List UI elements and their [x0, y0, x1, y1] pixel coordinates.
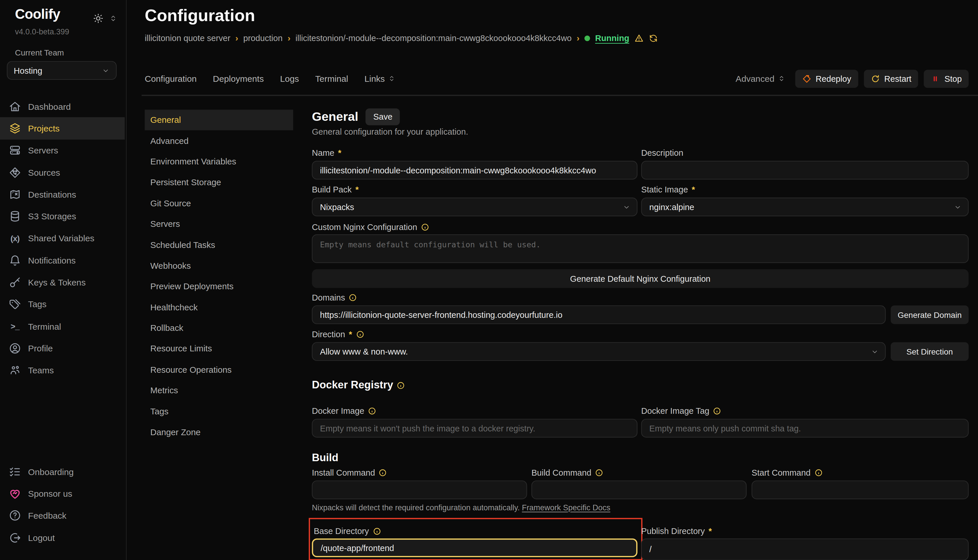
refresh-icon[interactable] — [649, 33, 658, 42]
sidebar-item-logout[interactable]: Logout — [0, 527, 125, 548]
docker-image-tag-input[interactable] — [641, 419, 968, 437]
breadcrumb-environment[interactable]: production — [243, 33, 283, 42]
subnav-healthcheck[interactable]: Healthcheck — [145, 297, 293, 318]
sidebar-item-projects[interactable]: Projects — [0, 117, 125, 139]
breadcrumb-application[interactable]: illicitestonion/-module--decomposition:m… — [296, 33, 572, 42]
build-command-input[interactable] — [532, 480, 747, 499]
install-command-input[interactable] — [312, 480, 527, 499]
git-source-icon — [9, 166, 21, 178]
subnav-scheduled-tasks[interactable]: Scheduled Tasks — [145, 235, 293, 255]
static-image-label: Static Image* — [641, 185, 695, 195]
logout-icon — [9, 532, 21, 544]
tab-configuration[interactable]: Configuration — [145, 74, 197, 84]
sidebar-item-feedback[interactable]: Feedback — [0, 505, 125, 527]
start-command-label: Start Command — [752, 468, 823, 477]
direction-select[interactable]: Allow www & non-www. — [312, 342, 886, 361]
sidebar-item-sponsor-us[interactable]: Sponsor us — [0, 483, 125, 505]
subnav-servers[interactable]: Servers — [145, 214, 293, 235]
direction-label: Direction* — [312, 330, 364, 339]
team-select[interactable]: Hosting — [7, 61, 117, 80]
save-button[interactable]: Save — [366, 108, 400, 125]
theme-sun-icon[interactable] — [93, 13, 104, 24]
build-pack-select[interactable]: Nixpacks — [312, 198, 637, 217]
sidebar-item-servers[interactable]: Servers — [0, 139, 125, 161]
subnav-rollback[interactable]: Rollback — [145, 318, 293, 339]
subnav-webhooks[interactable]: Webhooks — [145, 255, 293, 276]
nixpacks-note: Nixpacks will detect the required config… — [312, 503, 610, 512]
sidebar-item-keys-tokens[interactable]: Keys & Tokens — [0, 271, 125, 293]
breadcrumb-project[interactable]: illicitonion quote server — [145, 33, 230, 42]
subnav-metrics[interactable]: Metrics — [145, 380, 293, 401]
info-icon[interactable] — [379, 469, 387, 477]
status-dot — [584, 35, 590, 41]
sidebar-item-profile[interactable]: Profile — [0, 337, 125, 359]
tab-deployments[interactable]: Deployments — [213, 74, 264, 84]
info-icon[interactable] — [713, 407, 721, 415]
subnav-danger-zone[interactable]: Danger Zone — [145, 422, 293, 443]
subnav-environment-variables[interactable]: Environment Variables — [145, 152, 293, 172]
advanced-dropdown[interactable]: Advanced — [736, 74, 785, 84]
breadcrumb-separator: › — [236, 33, 238, 42]
subnav-resource-operations[interactable]: Resource Operations — [145, 360, 293, 380]
sidebar-item-terminal[interactable]: >_ Terminal — [0, 315, 125, 337]
subnav-advanced[interactable]: Advanced — [145, 131, 293, 152]
sidebar-item-s3-storages[interactable]: S3 Storages — [0, 205, 125, 227]
checklist-icon — [9, 465, 21, 478]
info-icon[interactable] — [595, 469, 603, 477]
sidebar-item-notifications[interactable]: Notifications — [0, 249, 125, 271]
sidebar-item-shared-variables[interactable]: (x) Shared Variables — [0, 227, 125, 249]
restart-icon — [871, 74, 880, 83]
sidebar-item-dashboard[interactable]: Dashboard — [0, 95, 125, 117]
generate-nginx-button[interactable]: Generate Default Nginx Configuration — [312, 269, 968, 288]
info-icon[interactable] — [814, 469, 823, 477]
info-icon[interactable] — [421, 223, 429, 231]
start-command-input[interactable] — [752, 480, 969, 499]
sidebar-footer: Onboarding Sponsor us Feedback Logout — [0, 461, 125, 549]
sidebar-item-onboarding[interactable]: Onboarding — [0, 461, 125, 483]
status-running-link[interactable]: Running — [595, 33, 629, 42]
generate-domain-button[interactable]: Generate Domain — [891, 305, 969, 324]
description-input[interactable] — [641, 161, 968, 180]
framework-docs-link[interactable]: Framework Specific Docs — [522, 503, 610, 512]
base-directory-input[interactable] — [312, 538, 637, 557]
base-directory-label: Base Directory — [314, 527, 381, 536]
warning-icon[interactable] — [634, 33, 644, 42]
subnav-preview-deployments[interactable]: Preview Deployments — [145, 276, 293, 297]
sidebar-item-sources[interactable]: Sources — [0, 161, 125, 183]
info-icon[interactable] — [397, 381, 405, 389]
subnav-tags[interactable]: Tags — [145, 401, 293, 422]
docker-image-label: Docker Image — [312, 406, 376, 415]
domains-label: Domains — [312, 293, 357, 302]
info-icon[interactable] — [368, 407, 376, 415]
build-command-label: Build Command — [532, 468, 603, 477]
info-icon[interactable] — [373, 527, 381, 535]
static-image-select[interactable]: nginx:alpine — [641, 198, 968, 217]
build-pack-label: Build Pack* — [312, 185, 359, 195]
sidebar-item-tags[interactable]: Tags — [0, 293, 125, 315]
name-input[interactable] — [312, 161, 637, 180]
domains-input[interactable] — [312, 305, 886, 324]
subnav-general[interactable]: General — [145, 110, 293, 131]
sidebar-item-teams[interactable]: Teams — [0, 360, 125, 382]
tab-terminal[interactable]: Terminal — [315, 74, 348, 84]
subnav-persistent-storage[interactable]: Persistent Storage — [145, 172, 293, 193]
custom-nginx-textarea[interactable] — [312, 234, 968, 263]
subnav-git-source[interactable]: Git Source — [145, 193, 293, 214]
heart-icon — [9, 487, 21, 500]
tab-logs[interactable]: Logs — [280, 74, 299, 84]
set-direction-button[interactable]: Set Direction — [891, 342, 969, 361]
redeploy-button[interactable]: Redeploy — [795, 69, 858, 88]
general-subtitle: General configuration for your applicati… — [312, 127, 468, 137]
tab-links[interactable]: Links — [364, 74, 395, 84]
info-icon[interactable] — [349, 293, 357, 302]
restart-button[interactable]: Restart — [864, 69, 918, 88]
theme-selector-icon[interactable] — [109, 15, 117, 23]
chevron-down-icon — [954, 203, 962, 211]
stop-button[interactable]: Stop — [924, 69, 969, 88]
app-logo[interactable]: Coolify — [15, 7, 60, 23]
info-icon[interactable] — [356, 330, 364, 338]
sidebar-item-destinations[interactable]: Destinations — [0, 183, 125, 205]
subnav-resource-limits[interactable]: Resource Limits — [145, 339, 293, 360]
publish-directory-input[interactable] — [641, 538, 968, 560]
docker-image-input[interactable] — [312, 419, 637, 437]
